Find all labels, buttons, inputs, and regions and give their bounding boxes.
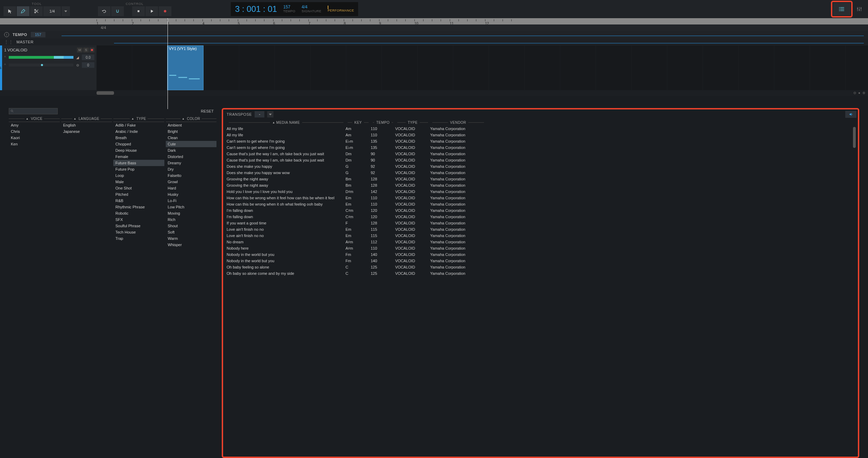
filter-item[interactable]: Dark — [166, 147, 217, 153]
filter-item[interactable]: Soft — [166, 229, 217, 235]
reset-button[interactable]: RESET — [198, 108, 216, 114]
zoom-in-icon[interactable]: ⊕ — [862, 91, 865, 95]
media-row[interactable]: Hold you I love you I love you hold youD… — [225, 188, 856, 195]
zoom-out-icon[interactable]: ⊖ — [853, 91, 856, 95]
media-row[interactable]: Does she make you happy wow wowG92VOCALO… — [225, 170, 856, 176]
filter-item[interactable]: Adlib / Fake — [113, 122, 164, 128]
media-row[interactable]: All my lifeAm110VOCALOIDYamaha Corporati… — [225, 126, 856, 132]
scissors-tool-button[interactable] — [30, 6, 43, 16]
tempo-track[interactable]: i TEMPO 157 — [0, 31, 868, 38]
mixer-button[interactable] — [854, 3, 865, 15]
media-row[interactable]: How can this be wrong when it oh what fe… — [225, 201, 856, 207]
arrow-tool-button[interactable] — [3, 6, 16, 16]
timeline-ruler[interactable]: 123456789101112 — [0, 18, 868, 24]
filter-item[interactable]: Soulful Phrase — [113, 223, 164, 229]
filter-item[interactable]: Male — [113, 179, 164, 185]
filter-item[interactable]: One Shot — [113, 185, 164, 191]
filter-item[interactable]: Shout — [166, 223, 217, 229]
filter-item[interactable]: Rhythmic Phrase — [113, 204, 164, 210]
media-row[interactable]: Oh baby feeling so aloneC125VOCALOIDYama… — [225, 264, 856, 270]
filter-item[interactable]: Whisper — [166, 242, 217, 248]
filter-item[interactable]: Arabic / Indie — [113, 128, 164, 135]
filter-item[interactable]: English — [61, 122, 112, 128]
transpose-dropdown[interactable] — [267, 111, 273, 117]
media-row[interactable]: Nobody hereA♯m110VOCALOIDYamaha Corporat… — [225, 245, 856, 251]
transpose-value[interactable]: - — [255, 111, 264, 117]
media-row[interactable]: All my lifeAm110VOCALOIDYamaha Corporati… — [225, 132, 856, 138]
filter-item[interactable]: Deep House — [113, 147, 164, 153]
filter-item[interactable]: Distorted — [166, 153, 217, 160]
media-row[interactable]: I'm falling downC♯m120VOCALOIDYamaha Cor… — [225, 207, 856, 214]
filter-item[interactable]: Pitched — [113, 191, 164, 198]
filter-item[interactable]: Growl — [166, 179, 217, 185]
filter-item[interactable]: Rich — [166, 216, 217, 223]
play-button[interactable] — [145, 6, 158, 16]
filter-item[interactable]: Husky — [166, 191, 217, 198]
solo-button[interactable]: S — [83, 48, 89, 52]
filter-item[interactable]: Moving — [166, 210, 217, 216]
media-row[interactable]: How can this be wrong when it feel how c… — [225, 195, 856, 201]
media-row[interactable]: If you want a good timeF128VOCALOIDYamah… — [225, 220, 856, 226]
zoom-slider-icon[interactable]: ● — [858, 91, 860, 95]
quantize-dropdown[interactable] — [62, 6, 70, 16]
filter-item[interactable]: Robotic — [113, 210, 164, 216]
record-button[interactable] — [159, 6, 171, 16]
track-panel[interactable]: 1 VOCALOID M S ^ ◢ 0.0 ^ ⊖ 0 — [2, 45, 97, 90]
media-row[interactable]: No dreamA♯m112VOCALOIDYamaha Corporation — [225, 239, 856, 245]
media-row[interactable]: Grooving the night awayBm128VOCALOIDYama… — [225, 176, 856, 182]
track-name[interactable]: 1 VOCALOID — [4, 48, 27, 52]
filter-item[interactable]: R&B — [113, 198, 164, 204]
volume-meter[interactable] — [9, 56, 73, 59]
media-row[interactable]: Does she make you happyG92VOCALOIDYamaha… — [225, 163, 856, 170]
horizontal-scrollbar[interactable]: ⊖ ● ⊕ — [0, 90, 868, 96]
filter-item[interactable]: Lo-Fi — [166, 198, 217, 204]
filter-item[interactable]: Ken — [9, 141, 60, 147]
mute-button[interactable]: M — [77, 48, 83, 52]
loop-button[interactable] — [98, 6, 111, 16]
media-row[interactable]: Can't seem to get where I'm goingE♭m135V… — [225, 138, 856, 144]
filter-item[interactable]: Low Pitch — [166, 204, 217, 210]
filter-item[interactable]: Dry — [166, 166, 217, 172]
filter-item[interactable]: SFX — [113, 216, 164, 223]
snap-button[interactable] — [111, 6, 124, 16]
record-arm-button[interactable] — [90, 48, 94, 52]
media-row[interactable]: Nobody in the world but youFm140VOCALOID… — [225, 251, 856, 258]
tempo-track-value[interactable]: 157 — [31, 32, 45, 37]
media-row[interactable]: Love ain't finish no noEm115VOCALOIDYama… — [225, 232, 856, 239]
pan-value[interactable]: 0 — [82, 62, 94, 68]
pan-slider[interactable] — [9, 64, 73, 66]
media-row[interactable]: I'm falling downC♯m120VOCALOIDYamaha Cor… — [225, 214, 856, 220]
track-lane[interactable]: VY1 (VY1 Style) — [97, 45, 868, 90]
scroll-thumb[interactable] — [97, 91, 114, 95]
audio-clip[interactable]: VY1 (VY1 Style) — [167, 45, 204, 90]
signature-value[interactable]: 4/4 — [302, 5, 308, 9]
filter-item[interactable]: Dreamy — [166, 160, 217, 166]
media-row[interactable]: Cause that's just the way I am, oh take … — [225, 157, 856, 163]
filter-item[interactable]: Japanese — [61, 128, 112, 135]
filter-item[interactable]: Falsetto — [166, 172, 217, 179]
filter-item[interactable]: Cute — [166, 141, 217, 147]
filter-item[interactable]: Chris — [9, 128, 60, 135]
preview-audio-button[interactable] — [845, 111, 856, 118]
search-input[interactable] — [9, 108, 58, 114]
library-list-button[interactable] — [833, 3, 851, 15]
filter-item[interactable]: Trap — [113, 235, 164, 242]
filter-item[interactable]: Bright — [166, 128, 217, 135]
filter-item[interactable]: Breath — [113, 135, 164, 141]
filter-item[interactable]: Warm — [166, 235, 217, 242]
media-row[interactable]: Oh baby so alone come and by my sideC125… — [225, 270, 856, 277]
time-position[interactable]: 3 : 001 : 01 — [235, 4, 277, 14]
filter-item[interactable]: Hard — [166, 185, 217, 191]
media-row[interactable]: Grooving the night awayBm128VOCALOIDYama… — [225, 182, 856, 188]
media-scrollbar-thumb[interactable] — [853, 127, 856, 148]
filter-item[interactable]: Female — [113, 153, 164, 160]
pencil-tool-button[interactable] — [17, 6, 29, 16]
media-row[interactable]: Cause that's just the way I am, oh take … — [225, 151, 856, 157]
filter-item[interactable]: Future Pop — [113, 166, 164, 172]
volume-value[interactable]: 0.0 — [82, 55, 94, 60]
expand-pan-icon[interactable]: ^ — [4, 63, 6, 67]
filter-item[interactable]: Ambient — [166, 122, 217, 128]
media-row[interactable]: Love ain't finish no noEm115VOCALOIDYama… — [225, 226, 856, 232]
media-list[interactable]: All my lifeAm110VOCALOIDYamaha Corporati… — [225, 126, 856, 277]
filter-item[interactable]: Future Bass — [113, 160, 164, 166]
